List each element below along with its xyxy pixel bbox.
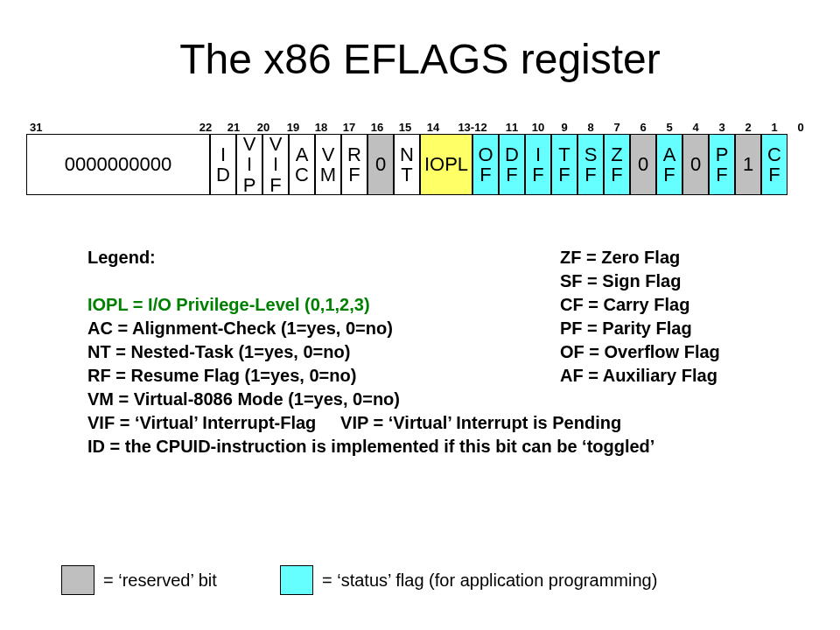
- eflags-register: 31 22 21 20 19 18 17 16 15 14 13-12 11 1…: [26, 118, 805, 195]
- register-row: 0000000000 ID VIP VIF AC VM RF 0 NT IOPL…: [26, 134, 805, 195]
- bit-index-21: 21: [220, 121, 247, 134]
- bit-index-8: 8: [578, 121, 604, 134]
- legend-zf: ZF = Zero Flag: [560, 248, 840, 268]
- cell-ac: AC: [289, 134, 315, 195]
- bit-index-10: 10: [525, 121, 551, 134]
- slide: The x86 EFLAGS register 31 22 21 20 19 1…: [0, 0, 840, 630]
- cell-reserved-3: 0: [682, 134, 709, 195]
- legend-cf: CF = Carry Flag: [560, 295, 840, 315]
- bit-index-5: 5: [656, 121, 682, 134]
- bit-index-row: 31 22 21 20 19 18 17 16 15 14 13-12 11 1…: [26, 118, 805, 134]
- cell-sf: SF: [578, 134, 604, 195]
- legend-right-col: ZF = Zero Flag SF = Sign Flag CF = Carry…: [560, 248, 840, 389]
- cell-tf: TF: [551, 134, 578, 195]
- cell-vm: VM: [315, 134, 341, 195]
- bit-index-3: 3: [709, 121, 735, 134]
- bit-index-11: 11: [499, 121, 525, 134]
- bit-index-31: 31: [26, 121, 210, 134]
- cell-rf: RF: [341, 134, 368, 195]
- legend-sf: SF = Sign Flag: [560, 271, 840, 291]
- bit-index-4: 4: [682, 121, 709, 134]
- bit-index-19: 19: [280, 121, 306, 134]
- bit-index-0: 0: [788, 121, 814, 134]
- cell-if: IF: [525, 134, 551, 195]
- cell-reserved-high: 0000000000: [26, 134, 210, 195]
- cell-of: OF: [472, 134, 499, 195]
- cell-vif: VIF: [262, 134, 289, 195]
- legend-ac: AC = Alignment-Check (1=yes, 0=no): [88, 318, 542, 339]
- bit-index-22: 22: [192, 121, 219, 134]
- swatch-reserved: = ‘reserved’ bit: [61, 565, 217, 595]
- cell-id: ID: [210, 134, 236, 195]
- cell-reserved-1: 1: [735, 134, 761, 195]
- cell-nt: NT: [394, 134, 420, 195]
- bit-index-15: 15: [392, 121, 418, 134]
- bit-index-9: 9: [551, 121, 578, 134]
- cell-reserved-15: 0: [368, 134, 394, 195]
- swatch-status: = ‘status’ flag (for application program…: [280, 565, 657, 595]
- legend-rf: RF = Resume Flag (1=yes, 0=no): [88, 366, 542, 386]
- swatch-reserved-box: [61, 565, 94, 595]
- cell-cf: CF: [761, 134, 788, 195]
- cell-vip: VIP: [236, 134, 262, 195]
- cell-reserved-5: 0: [630, 134, 656, 195]
- cell-df: DF: [499, 134, 525, 195]
- bit-index-18: 18: [308, 121, 334, 134]
- legend-of: OF = Overflow Flag: [560, 342, 840, 362]
- bit-index-2: 2: [735, 121, 761, 134]
- legend-vif-vip: VIF = ‘Virtual’ Interrupt-Flag VIP = ‘Vi…: [88, 413, 770, 433]
- legend-af: AF = Auxiliary Flag: [560, 366, 840, 386]
- cell-zf: ZF: [604, 134, 630, 195]
- legend-left-col: Legend: IOPL = I/O Privilege-Level (0,1,…: [88, 248, 542, 460]
- legend-nt: NT = Nested-Task (1=yes, 0=no): [88, 342, 542, 362]
- cell-pf: PF: [709, 134, 735, 195]
- bit-index-20: 20: [250, 121, 276, 134]
- bit-index-7: 7: [604, 121, 630, 134]
- legend-iopl: IOPL = I/O Privilege-Level (0,1,2,3): [88, 295, 542, 315]
- cell-iopl: IOPL: [420, 134, 472, 195]
- bit-index-1: 1: [761, 121, 788, 134]
- swatch-status-label: = ‘status’ flag (for application program…: [322, 570, 657, 591]
- cell-af: AF: [656, 134, 682, 195]
- legend: Legend: IOPL = I/O Privilege-Level (0,1,…: [88, 248, 805, 460]
- bit-index-16: 16: [364, 121, 390, 134]
- page-title: The x86 EFLAGS register: [35, 35, 805, 83]
- bit-index-17: 17: [336, 121, 362, 134]
- legend-pf: PF = Parity Flag: [560, 318, 840, 339]
- swatch-status-box: [280, 565, 313, 595]
- legend-vm: VM = Virtual-8086 Mode (1=yes, 0=no): [88, 389, 542, 410]
- swatch-reserved-label: = ‘reserved’ bit: [103, 570, 217, 591]
- legend-id: ID = the CPUID-instruction is implemente…: [88, 437, 770, 457]
- bit-index-13-12: 13-12: [446, 121, 499, 134]
- legend-heading: Legend:: [88, 248, 542, 268]
- bit-index-6: 6: [630, 121, 656, 134]
- bit-index-14: 14: [420, 121, 446, 134]
